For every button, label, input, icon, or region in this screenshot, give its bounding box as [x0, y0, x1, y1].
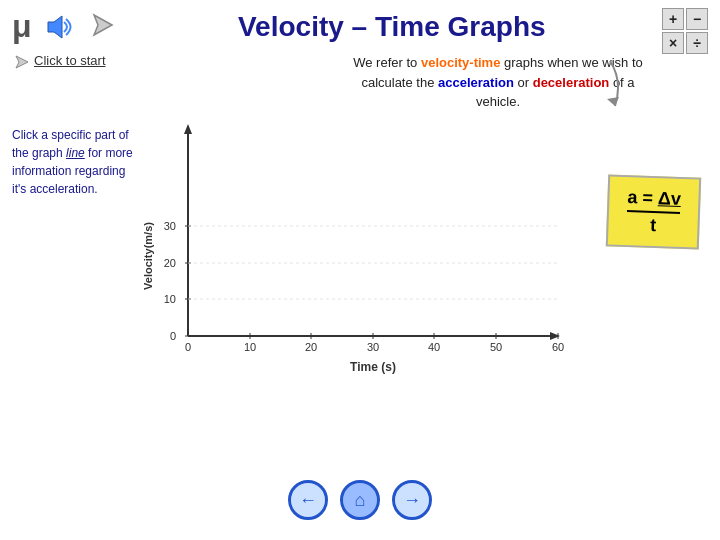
formula-box: a = Δv t [605, 174, 701, 249]
velocity-time-highlight: velocity-time [421, 55, 500, 70]
multiply-button[interactable]: × [662, 32, 684, 54]
svg-marker-2 [16, 56, 28, 68]
minus-button[interactable]: − [686, 8, 708, 30]
svg-text:Time (s): Time (s) [350, 360, 396, 374]
plus-button[interactable]: + [662, 8, 684, 30]
back-button[interactable]: ← [288, 480, 328, 520]
svg-text:Velocity(m/s): Velocity(m/s) [142, 221, 154, 289]
corner-buttons: + − × ÷ [662, 8, 708, 54]
graph-container[interactable]: 0 10 20 30 0 10 20 30 40 50 60 [138, 116, 720, 386]
sound-icon[interactable] [42, 12, 78, 42]
page-title: Velocity – Time Graphs [76, 11, 708, 43]
navigation-bar: ← ⌂ → [288, 480, 432, 520]
click-to-start-button[interactable]: Click to start [34, 53, 106, 68]
forward-button[interactable]: → [392, 480, 432, 520]
svg-text:0: 0 [185, 341, 191, 353]
svg-text:40: 40 [428, 341, 440, 353]
cursor-icon [12, 53, 30, 71]
acceleration-highlight: acceleration [438, 75, 514, 90]
svg-text:20: 20 [164, 257, 176, 269]
pointer-arrow-icon [595, 61, 625, 115]
svg-text:60: 60 [552, 341, 564, 353]
svg-text:10: 10 [164, 293, 176, 305]
home-button[interactable]: ⌂ [340, 480, 380, 520]
svg-text:30: 30 [164, 220, 176, 232]
svg-text:0: 0 [170, 330, 176, 342]
svg-marker-31 [184, 124, 192, 134]
divide-button[interactable]: ÷ [686, 32, 708, 54]
sidebar-instruction: Click a specific part of the graph line … [8, 116, 138, 386]
mu-symbol: μ [12, 8, 32, 45]
svg-text:10: 10 [244, 341, 256, 353]
svg-text:30: 30 [367, 341, 379, 353]
svg-marker-0 [48, 16, 62, 38]
velocity-time-graph[interactable]: 0 10 20 30 0 10 20 30 40 50 60 [138, 116, 568, 386]
svg-text:20: 20 [305, 341, 317, 353]
svg-text:50: 50 [490, 341, 502, 353]
